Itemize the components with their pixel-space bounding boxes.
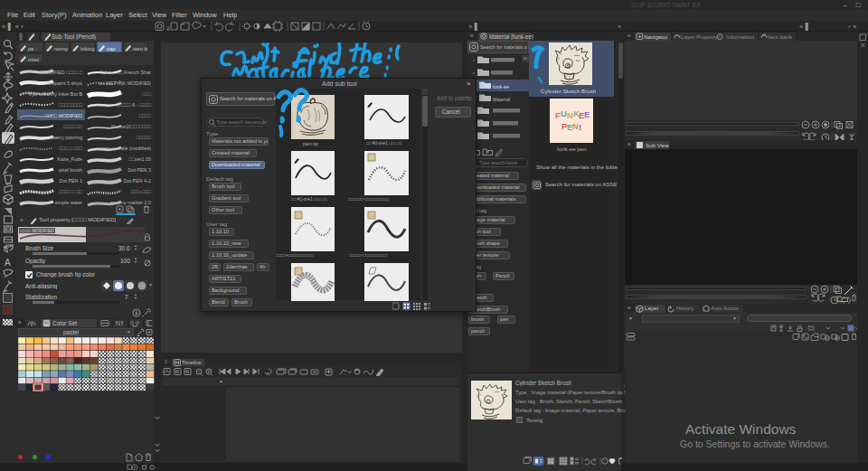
svg-text:simple water: simple water bbox=[55, 200, 82, 205]
svg-text:□□□ □ □□□: □□□ □ □□□ bbox=[59, 146, 83, 151]
svg-text:›: › bbox=[473, 70, 475, 75]
svg-text:own b: own b bbox=[133, 46, 148, 52]
svg-text:watery coloring: watery coloring bbox=[49, 135, 82, 140]
svg-text:cap: cap bbox=[107, 46, 116, 52]
svg-text:□□ver1.00: □□ver1.00 bbox=[129, 156, 152, 162]
svg-text:U: U bbox=[561, 108, 567, 118]
svg-text:□□□□□ 6 - □□□□: □□□□□ 6 - □□□□ bbox=[116, 102, 151, 108]
svg-text:runny: runny bbox=[54, 46, 68, 52]
svg-text:Material: Material bbox=[493, 97, 510, 102]
svg-text:Dot PEN 3: Dot PEN 3 bbox=[128, 167, 151, 173]
svg-text:misc: misc bbox=[28, 57, 39, 62]
svg-text:Kyle's □□□ French Shar: Kyle's □□□ French Shar bbox=[99, 70, 151, 75]
svg-text:□□□~□□□: □□□~□□□ bbox=[130, 189, 151, 194]
svg-text:Dot PEN 4-2: Dot PEN 4-2 bbox=[124, 178, 151, 184]
svg-text:Kaze_Fude: Kaze_Fude bbox=[57, 156, 82, 162]
svg-text:Marker2/□□□□□□□: Marker2/□□□□□□□ bbox=[111, 124, 152, 129]
svg-text:inkpaint 5 shiyo: inkpaint 5 shiyo bbox=[49, 80, 82, 86]
svg-text:□□□□ □□: □□□□ □□ bbox=[63, 124, 83, 129]
svg-text:pixel brush: pixel brush bbox=[59, 167, 82, 173]
svg-text:ps: ps bbox=[28, 46, 33, 52]
svg-text:inking: inking bbox=[80, 46, 95, 52]
svg-text:□□□□□□□□: □□□□□□□□ bbox=[59, 102, 83, 108]
svg-text:A: A bbox=[5, 258, 11, 268]
svg-text:E: E bbox=[584, 109, 590, 119]
svg-text:Kyle's Runny Inker Bot B: Kyle's Runny Inker Bot B bbox=[29, 91, 83, 97]
svg-text:Dot PEN 1: Dot PEN 1 bbox=[60, 178, 82, 184]
svg-text:N: N bbox=[567, 110, 573, 120]
svg-text:N: N bbox=[572, 121, 579, 131]
svg-text:MODIFIED □□□□ □: MODIFIED □□□□ □ bbox=[41, 70, 82, 75]
svg-text:funk-ee: funk-ee bbox=[493, 84, 509, 89]
svg-text:!: ! bbox=[579, 122, 581, 132]
svg-text:□□□□: □□□□ bbox=[139, 113, 152, 118]
svg-text:□□□□□: □□□□□ bbox=[137, 135, 152, 140]
svg-text:□□□□ MODIFIED: □□□□ MODIFIED bbox=[45, 113, 82, 118]
svg-text:□□□: □□□ bbox=[142, 91, 152, 97]
svg-text:□□□□ □ □□: □□□□ □ □□ bbox=[59, 189, 83, 194]
svg-text:momo sprinkle (modified): momo sprinkle (modified) bbox=[96, 146, 151, 151]
svg-text:›: › bbox=[473, 57, 475, 62]
svg-text:on WET INK MODIFIED: on WET INK MODIFIED bbox=[99, 80, 151, 86]
